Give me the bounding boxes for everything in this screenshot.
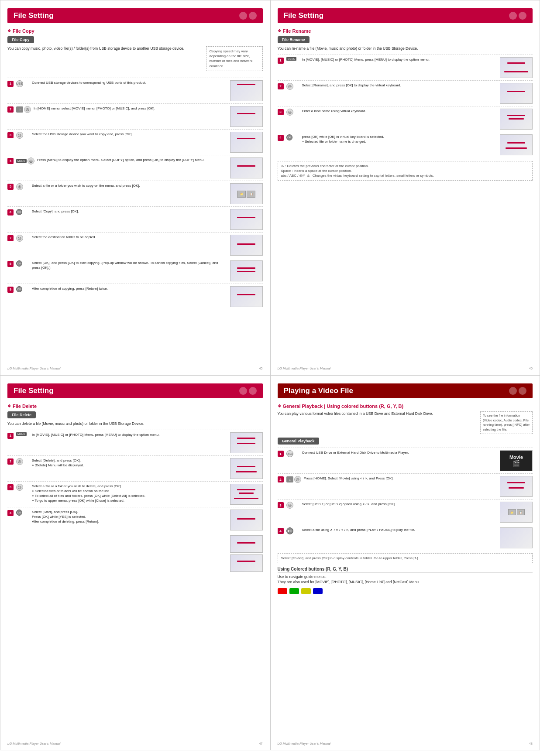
- page3-desc: You can delete a file (Movie, music and …: [7, 421, 263, 427]
- step-p2-2-screenshot: [500, 83, 533, 104]
- step-3-screenshot: [230, 132, 263, 153]
- blue-button: [313, 588, 323, 594]
- step-p3-num-2: 2: [7, 458, 14, 465]
- page4-steps: 1 USB Connect USB Drive or External Hard…: [278, 448, 533, 551]
- page4-section-title: General Playback | Using colored buttons…: [278, 404, 533, 409]
- step-8-icons: OK: [16, 260, 29, 267]
- step-num-5: 5: [7, 184, 14, 190]
- step-p4-4: 4 ▶II Select a file using ∧ / ∨ / < / >,…: [278, 525, 533, 551]
- step-6: 6 OK Select [Copy], and press [OK].: [7, 206, 263, 232]
- step-num-1: 1: [7, 81, 14, 87]
- step-p2-4-text: press [OK] while [OK] in virtual key boa…: [302, 134, 498, 144]
- page-3: File Setting File Delete File Delete You…: [0, 375, 270, 750]
- step-p3-1: 1 MENU In [MOVIE], [MUSIC] or [PHOTO] Me…: [7, 430, 263, 455]
- page4-desc-area: You can play various format video files …: [278, 411, 533, 434]
- page3-button-label: File Delete: [7, 411, 36, 418]
- page4-title: Playing a Video File: [284, 387, 353, 395]
- page3-footer: LG Multimedia Player User's Manual 47: [7, 742, 263, 746]
- step-p4-1-text: Connect USB Drive or External Hard Disk …: [302, 450, 498, 455]
- header-circle-7: [509, 387, 517, 395]
- step-num-8: 8: [7, 261, 14, 267]
- step-5-screenshot: 📁 📋: [230, 183, 263, 204]
- step-5-text: Select a file or a folder you wish to co…: [32, 183, 227, 188]
- page4-sub-section: Using Colored buttons (R, G, Y, B): [278, 567, 533, 573]
- page3-header: File Setting: [7, 383, 263, 398]
- rename-note-3: abc / ABC / @#--& : Changes the virtual …: [281, 173, 530, 178]
- step-5: 5 ◎ Select a file or a folder you wish t…: [7, 181, 263, 206]
- page4-footer: LG Multimedia Player User's Manual 48: [278, 742, 533, 746]
- step-p3-4-icons: OK: [16, 510, 29, 516]
- nav-icon-2: ◎: [16, 132, 23, 139]
- page4-header: Playing a Video File: [278, 383, 533, 398]
- ok-icon-4: OK: [286, 134, 292, 140]
- nav-icon-3: ◎: [28, 157, 34, 164]
- footer-brand-2: LG Multimedia Player User's Manual: [278, 366, 330, 370]
- step-num-6: 6: [7, 209, 14, 216]
- step-p2-1-screenshot: [500, 57, 533, 78]
- nav-icon-10: ◎: [294, 476, 301, 483]
- step-p3-1-screenshot: [230, 432, 263, 453]
- step-p4-1: 1 USB Connect USB Drive or External Hard…: [278, 448, 533, 473]
- step-p3-3-icons: ◎: [16, 484, 29, 491]
- step-6-icons: OK: [16, 209, 29, 215]
- page3-section-title: File Delete: [7, 404, 263, 409]
- page3-title: File Setting: [14, 387, 54, 395]
- step-4-icons: MENU ◎: [16, 157, 34, 164]
- step-p3-1-text: In [MOVIE], [MUSIC] or [PHOTO] Menu, pre…: [32, 432, 227, 437]
- step-num-3: 3: [7, 132, 14, 138]
- header-circle-8: [519, 387, 526, 395]
- page1-desc: You can copy music, photo, video file(s)…: [7, 46, 203, 72]
- step-p4-2: 2 ⌂ ◎ Press [HOME]. Select [Movie] using…: [278, 473, 533, 499]
- step-8: 8 OK Select [OK], and press [OK] to star…: [7, 258, 263, 284]
- step-p3-num-1: 1: [7, 433, 14, 439]
- step-p4-3: 3 ◎ Select [USB 1] or [USB 2] option usi…: [278, 499, 533, 525]
- page2-footer: LG Multimedia Player User's Manual 46: [278, 366, 533, 370]
- nav-icon-6: ◎: [286, 83, 293, 90]
- page3-steps: 1 MENU In [MOVIE], [MUSIC] or [PHOTO] Me…: [7, 430, 263, 533]
- page4-header-icon: [509, 387, 526, 395]
- step-4-screenshot: [230, 157, 263, 178]
- step-p3-2-text: Select [Delete], and press [OK].» [Delet…: [32, 458, 227, 468]
- step-p3-1-icons: MENU: [16, 432, 29, 436]
- footer-brand-3: LG Multimedia Player User's Manual: [7, 742, 60, 746]
- page1-title: File Setting: [14, 11, 54, 20]
- page1-footer: LG Multimedia Player User's Manual 45: [7, 366, 263, 370]
- step-p2-2: 2 ◎ Select [Rename], and press [OK] to d…: [278, 80, 533, 106]
- page2-steps: 1 MENU In [MOVIE], [MUSIC] or [PHOTO] Me…: [278, 55, 533, 157]
- menu-icon: MENU: [16, 159, 27, 163]
- step-4: 4 MENU ◎ Press [Menu] to display the opt…: [7, 155, 263, 181]
- step-p4-num-3: 3: [278, 502, 284, 508]
- step-1-screenshot: [230, 80, 263, 101]
- step-7: 7 ◎ Select the destination folder to be …: [7, 232, 263, 258]
- nav-icon: ◎: [24, 106, 31, 113]
- page2-button-label: File Rename: [278, 36, 310, 43]
- yellow-button: [301, 588, 311, 594]
- step-7-screenshot: [230, 235, 263, 256]
- home-icon-2: ⌂: [286, 476, 293, 482]
- step-9-screenshot: [230, 286, 263, 307]
- menu-icon-3: MENU: [16, 432, 27, 436]
- step-2: 2 ⌂ ◎ In [HOME] menu, select [MOVIE] men…: [7, 103, 263, 129]
- step-p3-4-screenshot: [230, 510, 263, 530]
- step-p4-1-screenshot: Movie 🎬: [500, 450, 533, 471]
- step-p3-4-text: Select [Start], and press [OK].Press [OK…: [32, 510, 227, 524]
- step-9-icons: OK: [16, 286, 29, 292]
- step-8-text: Select [OK], and press [OK] to start cop…: [32, 260, 227, 270]
- step-num-2: 2: [7, 106, 14, 113]
- step-3-icons: ◎: [16, 132, 29, 139]
- rename-note-1: <- : Deletes the previous character at t…: [281, 164, 530, 168]
- step-p2-num-4: 4: [278, 135, 284, 141]
- step-p2-3-icons: ◎: [286, 109, 299, 116]
- footer-page-2: 46: [529, 366, 533, 370]
- step-p4-num-1: 1: [278, 451, 284, 457]
- page1-button-label: File Copy: [7, 36, 34, 43]
- step-num-7: 7: [7, 235, 14, 241]
- page2-header-icon: [509, 12, 526, 20]
- step-p2-4-icons: OK: [286, 134, 299, 140]
- step-num-4: 4: [7, 158, 14, 164]
- step-1-text: Connect USB storage devices to correspon…: [32, 80, 227, 85]
- step-p2-3-screenshot: [500, 109, 533, 130]
- step-p2-3-text: Enter a new name using virtual keyboard.: [302, 109, 498, 113]
- header-circle-1: [239, 12, 247, 20]
- step-p2-4: 4 OK press [OK] while [OK] in virtual ke…: [278, 132, 533, 157]
